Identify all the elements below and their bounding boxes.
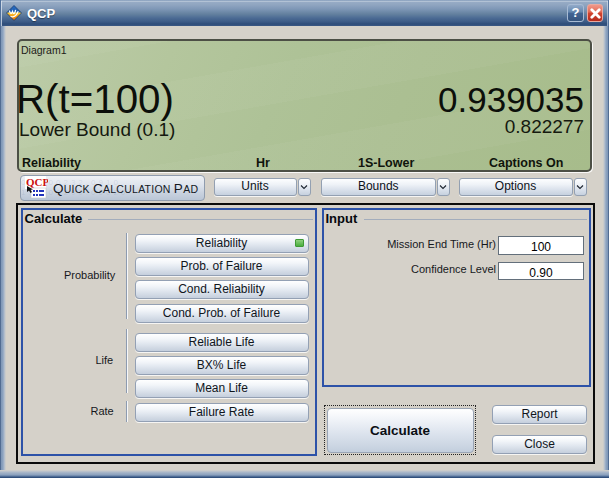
- svg-text:QCP: QCP: [26, 176, 48, 188]
